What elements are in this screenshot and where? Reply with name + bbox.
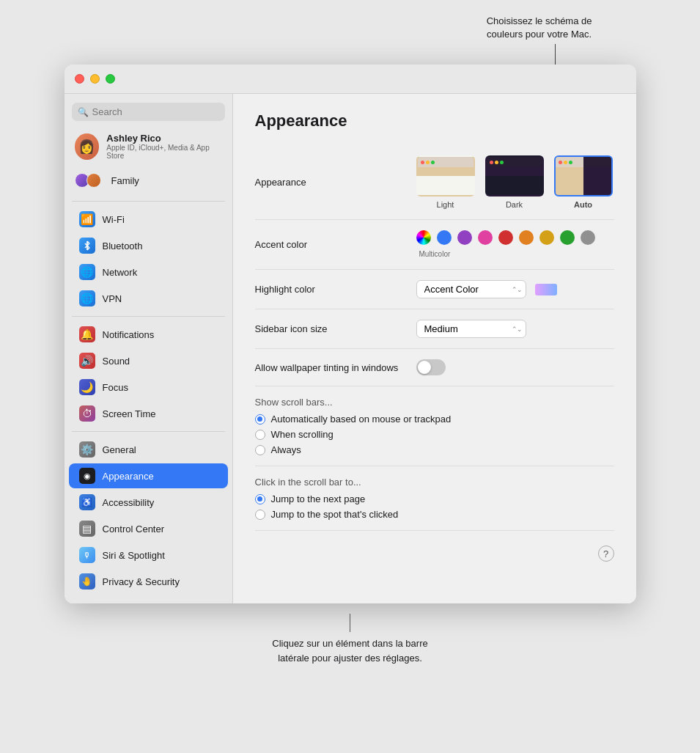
close-button[interactable]	[75, 74, 84, 84]
sidebar-item-privacy[interactable]: 🤚 Privacy & Security	[69, 569, 228, 594]
family-label: Family	[111, 175, 139, 186]
maximize-button[interactable]	[106, 74, 115, 84]
appearance-row: Appearance Light	[255, 145, 614, 220]
wifi-icon: 📶	[79, 211, 95, 227]
swatch-orange[interactable]	[519, 230, 534, 245]
appearance-option-light[interactable]: Light	[416, 155, 475, 209]
sidebar-icon-size-select-wrapper: Medium Small Large	[416, 320, 526, 338]
sidebar-item-sound[interactable]: 🔊 Sound	[69, 348, 228, 373]
sidebar: 🔍 👩 Ashley Rico Apple ID, iCloud+, Media…	[65, 94, 233, 603]
minimize-button[interactable]	[90, 74, 100, 84]
swatch-yellow[interactable]	[539, 230, 554, 245]
scroll-always-item[interactable]: Always	[255, 444, 614, 455]
scroll-auto-label: Automatically based on mouse or trackpad	[271, 414, 452, 425]
scroll-auto-radio[interactable]	[255, 414, 265, 425]
click-scroll-radio-group: Jump to the next page Jump to the spot t…	[255, 493, 614, 520]
sidebar-label-bluetooth: Bluetooth	[103, 240, 143, 251]
family-row[interactable]: Family	[65, 169, 232, 192]
wallpaper-tinting-control	[416, 359, 614, 375]
wallpaper-tinting-toggle[interactable]	[416, 359, 446, 375]
appearance-option-dark[interactable]: Dark	[485, 155, 544, 209]
window: 🔍 👩 Ashley Rico Apple ID, iCloud+, Media…	[65, 65, 636, 603]
scroll-auto-radio-inner	[257, 416, 262, 422]
swatch-pink[interactable]	[478, 230, 493, 245]
sidebar-icon-size-select[interactable]: Medium Small Large	[416, 320, 526, 338]
sidebar-item-general[interactable]: ⚙️ General	[69, 437, 228, 462]
appearance-label-light: Light	[437, 200, 454, 209]
family-avatar-2	[86, 173, 101, 188]
accent-color-label: Accent color	[255, 239, 416, 250]
sidebar-icon-size-label: Sidebar icon size	[255, 323, 416, 334]
swatch-purple[interactable]	[457, 230, 472, 245]
scroll-bars-section: Show scroll bars... Automatically based …	[255, 386, 614, 466]
sidebar-item-wifi[interactable]: 📶 Wi-Fi	[69, 207, 228, 232]
controlcenter-icon: ▤	[79, 521, 95, 537]
highlight-color-control: Accent Color	[416, 280, 614, 298]
search-bar[interactable]: 🔍	[72, 103, 225, 121]
sidebar-item-accessibility[interactable]: ♿ Accessibility	[69, 490, 228, 515]
sidebar-item-screentime[interactable]: ⏱ Screen Time	[69, 401, 228, 426]
user-info: Ashley Rico Apple ID, iCloud+, Media & A…	[106, 133, 221, 160]
scroll-scrolling-radio[interactable]	[255, 430, 265, 440]
sidebar-item-focus[interactable]: 🌙 Focus	[69, 375, 228, 400]
help-button[interactable]: ?	[598, 546, 614, 562]
network-icon: 🌐	[79, 264, 95, 280]
sidebar-item-notifications[interactable]: 🔔 Notifications	[69, 322, 228, 347]
tooltip-line	[555, 44, 556, 65]
sidebar-item-siri[interactable]: 🎙 Siri & Spotlight	[69, 543, 228, 567]
scroll-scrolling-item[interactable]: When scrolling	[255, 429, 614, 440]
highlight-preview	[535, 284, 557, 295]
scroll-always-label: Always	[271, 444, 301, 455]
user-profile[interactable]: 👩 Ashley Rico Apple ID, iCloud+, Media &…	[65, 128, 232, 164]
sidebar-item-bluetooth[interactable]: Bluetooth	[69, 233, 228, 258]
swatch-blue[interactable]	[437, 230, 452, 245]
sidebar-divider-3	[72, 431, 225, 432]
swatch-green[interactable]	[560, 230, 575, 245]
family-avatars	[75, 173, 98, 188]
scroll-auto-item[interactable]: Automatically based on mouse or trackpad	[255, 414, 614, 425]
sidebar-item-vpn[interactable]: 🌐 VPN	[69, 286, 228, 311]
sidebar-icon-size-control: Medium Small Large	[416, 320, 614, 338]
sidebar-label-privacy: Privacy & Security	[103, 576, 180, 587]
sidebar-label-general: General	[103, 444, 136, 455]
search-input[interactable]	[92, 106, 219, 117]
accessibility-icon: ♿	[79, 494, 95, 510]
tooltip-top: Choisissez le schéma de couleurs pour vo…	[65, 15, 636, 65]
click-next-page-radio[interactable]	[255, 494, 265, 504]
swatch-red[interactable]	[498, 230, 513, 245]
sidebar-label-sound: Sound	[103, 356, 130, 367]
click-spot-radio[interactable]	[255, 510, 265, 520]
sidebar-label-appearance: Appearance	[103, 471, 154, 482]
swatches-row	[416, 230, 595, 245]
notifications-icon: 🔔	[79, 326, 95, 342]
sound-icon: 🔊	[79, 353, 95, 369]
user-subtitle: Apple ID, iCloud+, Media & App Store	[106, 144, 221, 160]
sidebar-label-network: Network	[103, 267, 138, 278]
accent-color-row: Accent color	[255, 220, 614, 270]
sidebar-item-appearance[interactable]: ◉ Appearance	[69, 463, 228, 488]
appearance-label-dark: Dark	[506, 200, 523, 209]
scroll-always-radio[interactable]	[255, 445, 265, 455]
appearance-icon: ◉	[79, 468, 95, 484]
panel-title: Appearance	[255, 111, 614, 131]
sidebar-label-screentime: Screen Time	[103, 408, 156, 419]
sidebar-item-network[interactable]: 🌐 Network	[69, 260, 228, 284]
sidebar-item-controlcenter[interactable]: ▤ Control Center	[69, 516, 228, 541]
click-spot-item[interactable]: Jump to the spot that's clicked	[255, 509, 614, 520]
appearance-thumb-auto	[554, 155, 613, 196]
swatch-multicolor[interactable]	[416, 230, 431, 245]
sidebar-divider-2	[72, 316, 225, 317]
highlight-color-select[interactable]: Accent Color	[416, 280, 526, 298]
click-next-page-item[interactable]: Jump to the next page	[255, 493, 614, 504]
appearance-option-auto[interactable]: Auto	[554, 155, 613, 209]
sidebar-divider-1	[72, 201, 225, 202]
sidebar-icon-size-row: Sidebar icon size Medium Small Large	[255, 309, 614, 349]
swatch-gray[interactable]	[581, 230, 595, 245]
bluetooth-icon	[79, 238, 95, 254]
scroll-bars-radio-group: Automatically based on mouse or trackpad…	[255, 414, 614, 455]
color-swatches: Multicolor	[416, 230, 595, 259]
titlebar	[65, 65, 636, 94]
appearance-label-auto: Auto	[574, 200, 592, 209]
sidebar-label-wifi: Wi-Fi	[103, 214, 125, 225]
focus-icon: 🌙	[79, 379, 95, 395]
